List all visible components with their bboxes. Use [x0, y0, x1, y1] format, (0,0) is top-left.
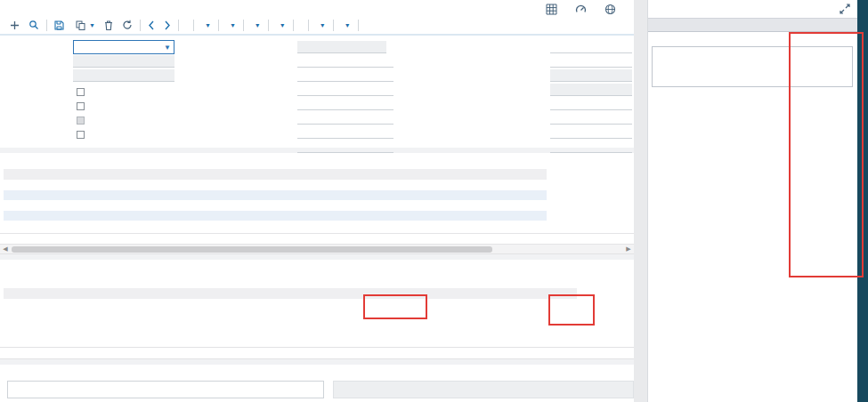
voy-no-field[interactable] [344, 41, 386, 53]
field-load-line-routing[interactable] [550, 126, 632, 139]
checkbox-box[interactable] [77, 117, 85, 125]
form-row-user-group [219, 111, 393, 125]
field-opr-type[interactable] [297, 55, 393, 68]
row-menu-button[interactable] [4, 190, 16, 201]
save-button[interactable] [50, 20, 71, 30]
toolbar-menu-deviation[interactable]: ▼ [337, 22, 355, 28]
cell [488, 211, 525, 221]
row-menu-button[interactable] [4, 180, 16, 190]
cell [235, 299, 255, 310]
globe-icon[interactable] [604, 4, 616, 15]
add-button[interactable] [5, 20, 24, 30]
fixture-no-field[interactable] [73, 69, 174, 82]
checkbox-ls-only[interactable] [77, 99, 182, 113]
scrollbar-thumb[interactable] [12, 246, 492, 253]
cell [525, 200, 547, 211]
toolbar-menu-commission[interactable]: ▼ [222, 22, 240, 28]
vsl-code-field[interactable] [297, 41, 344, 53]
field-fd-manager[interactable] [297, 141, 393, 153]
cargoes-add-new-row[interactable] [0, 310, 634, 320]
pnl-panel [647, 0, 857, 402]
cell [158, 299, 235, 310]
field-controller[interactable] [297, 126, 393, 139]
tc-hire-field[interactable] [126, 55, 174, 68]
cell [513, 299, 543, 310]
checkbox-box[interactable] [77, 88, 85, 96]
expand-icon[interactable] [840, 2, 850, 18]
row-menu-button[interactable] [4, 299, 14, 310]
cell [16, 190, 85, 201]
cell [386, 211, 404, 221]
column-header [328, 288, 338, 299]
tc-code-field[interactable] [73, 55, 126, 68]
form-row-piracy-routing [458, 97, 632, 111]
chevron-down-icon: ▼ [345, 22, 351, 28]
form-row-chtr-specialist [219, 83, 393, 97]
cell [192, 180, 217, 190]
notes-to-operations-input[interactable] [333, 381, 634, 398]
prev-button[interactable] [143, 20, 159, 30]
cell [488, 200, 525, 211]
field-last-update-gmt[interactable] [550, 84, 632, 96]
field-voyage-status[interactable] [550, 41, 632, 53]
cell [404, 211, 463, 221]
cell [310, 180, 328, 190]
gauge-icon[interactable] [575, 4, 587, 15]
toolbar: ▼ ▼▼▼▼▼▼ [0, 16, 634, 36]
search-button[interactable] [24, 20, 44, 30]
itinerary-horizontal-scrollbar[interactable]: ◀ ▶ [0, 245, 634, 254]
cell [310, 190, 328, 201]
scroll-right-arrow[interactable]: ▶ [623, 245, 634, 253]
pnl-remarks-input[interactable] [652, 46, 853, 87]
cell [525, 190, 547, 201]
itinerary-totals-row [0, 233, 634, 245]
field-chtr-specialist[interactable] [297, 84, 393, 96]
field-trade-area[interactable] [297, 69, 393, 82]
column-header [328, 169, 386, 180]
itinerary-add-new-row[interactable] [0, 221, 634, 231]
toolbar-menu-other-rev-exp[interactable]: ▼ [247, 22, 265, 28]
cell [563, 299, 577, 310]
cell [240, 211, 264, 221]
scroll-left-arrow[interactable]: ◀ [0, 245, 11, 253]
cell [255, 299, 287, 310]
checkbox-consecutive-voyage[interactable] [77, 84, 182, 99]
form-row-voyage-commencing [458, 54, 632, 68]
cell [338, 299, 386, 310]
field-ops-coordinator[interactable] [297, 98, 393, 110]
field-piracy-routing[interactable] [550, 98, 632, 110]
cell [488, 180, 525, 190]
column-header [235, 288, 255, 299]
delete-button[interactable] [100, 20, 118, 30]
row-menu-button[interactable] [4, 211, 16, 221]
toolbar-menu-laytime[interactable]: ▼ [272, 22, 290, 28]
refresh-button[interactable] [118, 20, 137, 30]
voyage-header-form: ▼ [0, 36, 634, 153]
checkbox-drydock[interactable] [77, 113, 182, 127]
toolbar-menu-freight[interactable]: ▼ [197, 22, 215, 28]
checkbox-last-tci-voy[interactable] [77, 127, 182, 141]
cargoes-total-row [0, 347, 634, 359]
column-header [422, 288, 452, 299]
field-user-group[interactable] [297, 112, 393, 125]
grid-view-icon[interactable] [546, 4, 557, 15]
spacer [0, 260, 634, 274]
field-voyage-completing[interactable] [550, 69, 632, 82]
next-button[interactable] [159, 20, 175, 30]
copy-button[interactable]: ▼ [71, 20, 100, 30]
field-eca-routing[interactable] [550, 112, 632, 125]
cell [14, 299, 36, 310]
cargoes-table [4, 288, 577, 310]
voyage-remarks-input[interactable] [7, 381, 324, 398]
field-dwf[interactable] [550, 141, 632, 153]
toolbar-divider [243, 20, 244, 31]
toolbar-menu-bunkers[interactable]: ▼ [312, 22, 330, 28]
cell [192, 190, 217, 201]
checkbox-box[interactable] [77, 102, 85, 110]
vessel-select[interactable]: ▼ [73, 40, 174, 54]
checkbox-box[interactable] [77, 131, 85, 139]
cell [85, 200, 96, 211]
row-menu-button[interactable] [4, 200, 16, 211]
field-voyage-commencing[interactable] [550, 55, 632, 68]
voyage-checkboxes [7, 84, 182, 141]
